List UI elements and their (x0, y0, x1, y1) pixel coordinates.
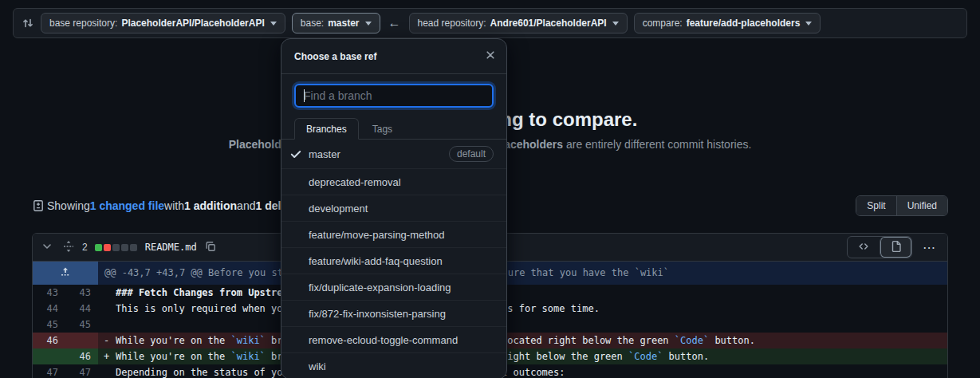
ref-selector-menu: Choose a base ref Branches Tags masterde… (281, 38, 507, 378)
code-icon (857, 240, 870, 255)
new-line-number: 43 (65, 285, 98, 301)
close-icon (484, 49, 497, 64)
split-view-button[interactable]: Split (856, 196, 895, 215)
ref-menu-header: Choose a base ref (281, 39, 506, 74)
collapse-file-button[interactable] (39, 238, 55, 257)
diff-summary: Showing 1 changed file with 1 addition a… (32, 199, 311, 212)
branch-name: master (309, 148, 340, 160)
ref-menu-title: Choose a base ref (294, 51, 376, 62)
diffstat-block-addition (95, 244, 102, 251)
summary-prefix: Showing (47, 199, 90, 212)
check-placeholder (289, 281, 302, 293)
text-cursor (304, 89, 305, 102)
find-branch-input[interactable] (294, 84, 494, 108)
base-branch-select[interactable]: base:master (292, 13, 380, 33)
expand-all-button[interactable] (61, 238, 77, 257)
base-branch-value: master (328, 18, 359, 29)
old-line-number: 44 (33, 301, 65, 317)
diff-view-toggle: Split Unified (856, 195, 948, 216)
branch-filter (281, 74, 506, 118)
expand-hunk-button[interactable] (33, 262, 98, 285)
diffstat-block-empty (130, 244, 137, 251)
diffstat (93, 244, 137, 251)
base-repository-select[interactable]: base repository:PlaceholderAPI/Placehold… (41, 13, 285, 33)
expand-up-icon (59, 266, 72, 281)
branch-item[interactable]: fix/duplicate-expansion-loading (281, 274, 506, 300)
source-view-button[interactable] (848, 237, 880, 258)
new-line-number: 46 (65, 348, 98, 364)
diff-marker (98, 285, 116, 301)
copy-path-button[interactable] (203, 238, 218, 257)
branch-item[interactable]: deprecated-removal (281, 168, 506, 195)
old-line-number: 47 (33, 364, 65, 378)
compare-controls-bar: base repository:PlaceholderAPI/Placehold… (13, 8, 967, 38)
branch-name: deprecated-removal (309, 176, 401, 188)
compare-branch-label: compare: (643, 18, 683, 29)
code-line: Depending on the status of your branch c… (116, 364, 947, 378)
diff-marker: + (98, 348, 116, 364)
new-line-number (65, 333, 98, 348)
diffstat-block-deletion (104, 244, 111, 251)
code-line: This is only required when your fork of … (116, 301, 947, 317)
branch-name: wiki (309, 360, 326, 372)
head-repository-value: Andre601/PlaceholderAPI (490, 18, 607, 29)
branch-item[interactable]: remove-ecloud-toggle-command (281, 326, 506, 352)
dropdown-caret-icon (270, 22, 277, 26)
new-line-number: 47 (65, 364, 98, 378)
subtitle-suffix: are entirely different commit histories. (563, 138, 751, 151)
branch-name: feature/move-parsing-method (309, 229, 445, 241)
rich-diff-button[interactable] (880, 237, 911, 258)
dropdown-caret-icon (365, 22, 372, 26)
additions-count: 1 addition (184, 199, 237, 212)
kebab-menu-button[interactable]: ⋯ (918, 240, 941, 255)
branch-item[interactable]: wiki (281, 352, 506, 378)
file-name-link[interactable]: README.md (145, 242, 197, 253)
hunk-header-text: @@ -43,7 +43,7 @@ Before you start with … (98, 262, 947, 285)
close-menu-button[interactable] (482, 47, 498, 65)
branch-item[interactable]: feature/move-parsing-method (281, 221, 506, 247)
changed-files-link[interactable]: 1 changed file (90, 199, 164, 212)
code-line: While you're on the `wiki` branch, click… (116, 333, 947, 348)
branch-item[interactable]: development (281, 195, 506, 221)
tab-tags[interactable]: Tags (360, 118, 404, 140)
diffstat-block-empty (121, 244, 128, 251)
branch-item[interactable]: feature/wiki-add-faq-question (281, 247, 506, 274)
left-arrow-icon: ← (387, 16, 403, 30)
diffstat-block-empty (112, 244, 120, 251)
compare-branch-select[interactable]: compare:feature/add-placeholders (634, 13, 821, 33)
head-repository-select[interactable]: head repository:Andre601/PlaceholderAPI (409, 13, 628, 33)
branch-item[interactable]: fix/872-fix-inxonsisten-parsing (281, 300, 506, 326)
new-line-number: 45 (65, 317, 98, 333)
chevron-down-icon (41, 240, 53, 255)
branch-name: development (309, 203, 368, 215)
source-rich-toggle (847, 236, 912, 258)
copy-icon (204, 240, 217, 255)
branch-list: masterdefaultdeprecated-removaldevelopme… (281, 140, 506, 378)
check-placeholder (289, 360, 302, 372)
unified-view-button[interactable]: Unified (896, 196, 947, 215)
file-changes-count: 2 (82, 242, 88, 253)
old-line-number: 46 (33, 333, 65, 348)
old-line-number: 45 (33, 317, 65, 333)
diff-marker (98, 301, 116, 317)
branch-name: fix/872-fix-inxonsisten-parsing (309, 308, 446, 320)
dropdown-caret-icon (612, 22, 619, 26)
file-diff-icon (32, 199, 45, 212)
check-placeholder (289, 175, 302, 188)
code-line (116, 317, 947, 333)
summary-and: and (237, 199, 255, 212)
compare-page: base repository:PlaceholderAPI/Placehold… (0, 0, 980, 378)
base-branch-label: base: (301, 18, 324, 29)
check-placeholder (289, 333, 302, 346)
diff-marker (98, 364, 116, 378)
diff-marker (98, 317, 116, 333)
ref-tabs: Branches Tags (281, 118, 506, 140)
diff-marker: - (98, 333, 116, 348)
head-repository-label: head repository: (418, 18, 486, 29)
check-placeholder (289, 228, 302, 241)
check-placeholder (289, 202, 302, 215)
git-compare-icon (22, 17, 34, 30)
tab-branches[interactable]: Branches (294, 118, 359, 140)
base-repository-value: PlaceholderAPI/PlaceholderAPI (121, 18, 264, 29)
branch-item[interactable]: masterdefault (281, 140, 506, 168)
